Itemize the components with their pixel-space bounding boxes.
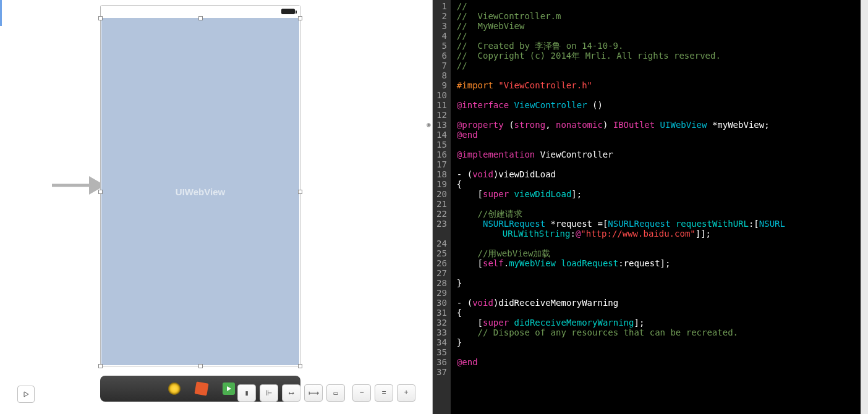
interface-builder-pane[interactable]: UIWebView ▮ ⊩ ⟷ ⟼ ▭ − = + xyxy=(0,0,433,414)
svg-marker-2 xyxy=(227,386,231,391)
resize-handle[interactable] xyxy=(198,16,203,20)
resolve-button[interactable]: ⟷ xyxy=(282,384,300,402)
pin-button[interactable]: ⊩ xyxy=(260,384,278,402)
resize-handle[interactable] xyxy=(198,364,203,368)
resize-handle[interactable] xyxy=(98,364,103,368)
resize-button[interactable]: ⟼ xyxy=(304,384,323,402)
resize-handle[interactable] xyxy=(298,190,302,194)
zoom-toolbar: − = + xyxy=(352,384,415,402)
zoom-out-button[interactable]: − xyxy=(352,384,371,402)
3d-view-button[interactable] xyxy=(194,381,208,395)
code-editor-pane[interactable]: 1234567891011121314151617181920212223 24… xyxy=(433,0,868,414)
resize-handle[interactable] xyxy=(298,16,302,20)
zoom-actual-button[interactable]: = xyxy=(375,384,393,402)
play-button[interactable] xyxy=(223,382,235,395)
code-area[interactable]: //// ViewController.m// MyWebView//// Cr… xyxy=(451,0,868,414)
scrollbar[interactable] xyxy=(861,0,868,414)
resize-handle[interactable] xyxy=(98,16,103,20)
align-button[interactable]: ▮ xyxy=(237,384,256,402)
document-outline-button[interactable] xyxy=(17,386,35,403)
zoom-in-button[interactable]: + xyxy=(397,384,415,402)
edge-highlight xyxy=(0,0,2,26)
svg-marker-3 xyxy=(24,392,28,397)
line-number-gutter: 1234567891011121314151617181920212223 24… xyxy=(433,0,451,414)
layout-toolbar: ▮ ⊩ ⟷ ⟼ ▭ xyxy=(237,384,345,402)
webview-label: UIWebView xyxy=(176,187,225,197)
entry-arrow-icon[interactable] xyxy=(52,173,105,198)
uiwebview-element[interactable]: UIWebView xyxy=(101,18,299,365)
resize-handle[interactable] xyxy=(298,364,302,368)
device-canvas[interactable]: UIWebView xyxy=(100,5,300,366)
resize-handle[interactable] xyxy=(98,190,103,194)
stop-button[interactable] xyxy=(168,382,181,395)
battery-icon xyxy=(281,9,295,14)
embed-button[interactable]: ▭ xyxy=(326,384,345,402)
